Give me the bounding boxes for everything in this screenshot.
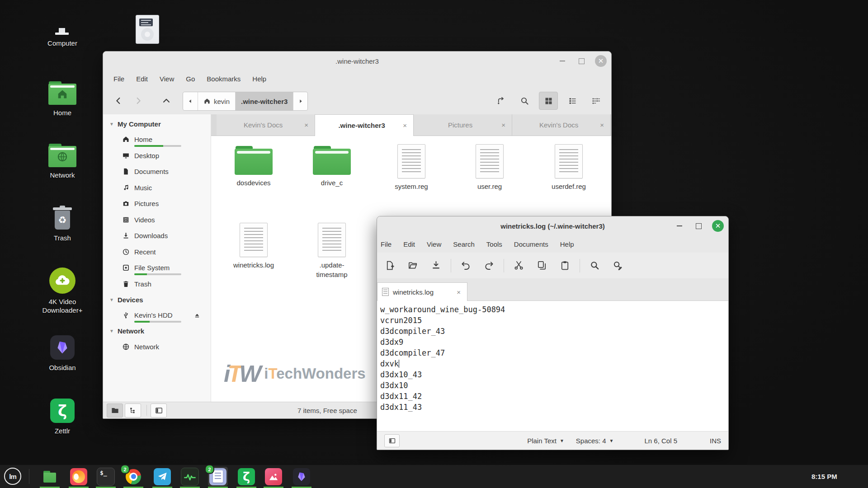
sidebar-item-desktop[interactable]: Desktop: [103, 148, 211, 164]
tab-close-button[interactable]: ×: [598, 120, 606, 130]
sidebar-item-home[interactable]: Home: [103, 131, 211, 148]
menu-view[interactable]: View: [427, 239, 441, 250]
sidebar-item-file-system[interactable]: File System: [103, 260, 211, 276]
desktop-icon-network[interactable]: Network: [33, 144, 91, 180]
tab--wine-witcher3[interactable]: .wine-witcher3×: [315, 114, 414, 136]
copy-button[interactable]: [533, 257, 550, 274]
breadcrumb-scroll-left-button[interactable]: [183, 92, 198, 110]
maximize-button[interactable]: [576, 56, 587, 66]
desktop-icon-hard-disk[interactable]: [136, 15, 159, 44]
taskbar-app-system-monitor[interactable]: [180, 467, 200, 486]
menu-view[interactable]: View: [160, 73, 174, 84]
sidebar-item-trash[interactable]: Trash: [103, 276, 211, 292]
menu-file[interactable]: File: [381, 239, 392, 250]
sidebar-item-kevin-s-hdd[interactable]: Kevin's HDD: [103, 307, 211, 324]
taskbar-app-zettlr[interactable]: ζ: [236, 467, 256, 486]
paste-button[interactable]: [557, 257, 573, 274]
language-selector[interactable]: Plain Text▼: [527, 437, 564, 445]
file-item-winetricks-log[interactable]: winetricks.log: [220, 223, 288, 270]
menu-search[interactable]: Search: [453, 239, 475, 250]
file-item-dosdevices[interactable]: dosdevices: [220, 142, 288, 188]
undo-button[interactable]: [458, 257, 474, 274]
sidebar-item-recent[interactable]: Recent: [103, 244, 211, 260]
file-item-system-reg[interactable]: system.reg: [377, 144, 445, 191]
save-button[interactable]: [428, 257, 444, 274]
view-list-button[interactable]: [563, 92, 581, 109]
minimize-button[interactable]: [674, 221, 685, 231]
menu-file[interactable]: File: [113, 73, 124, 84]
sidebar-item-network[interactable]: Network: [103, 339, 211, 355]
close-button[interactable]: ✕: [712, 220, 724, 232]
menu-documents[interactable]: Documents: [514, 239, 548, 250]
view-grid-button[interactable]: [539, 92, 558, 110]
find-button[interactable]: [586, 257, 603, 274]
tab-close-button[interactable]: ×: [500, 120, 507, 130]
toggle-location-entry-button[interactable]: [492, 92, 510, 109]
menu-help[interactable]: Help: [252, 73, 266, 84]
sidebar-section-my-computer[interactable]: ▼My Computer: [103, 116, 211, 131]
menu-go[interactable]: Go: [186, 73, 195, 84]
taskbar-app-firefox[interactable]: [69, 467, 89, 486]
sidebar-item-documents[interactable]: Documents: [103, 164, 211, 180]
text-editor-titlebar[interactable]: winetricks.log (~/.wine-witcher3) ✕: [377, 216, 728, 235]
back-button[interactable]: [108, 92, 128, 110]
tab-kevin-s-docs[interactable]: Kevin's Docs×: [217, 114, 315, 136]
sidebar-item-downloads[interactable]: Downloads: [103, 228, 211, 244]
breadcrumb-scroll-right-button[interactable]: [293, 92, 307, 110]
breadcrumb-home-button[interactable]: kevin: [198, 92, 235, 110]
tab-close-button[interactable]: ×: [401, 121, 409, 130]
tree-pane-button[interactable]: [125, 404, 141, 418]
redo-button[interactable]: [481, 257, 497, 274]
taskbar-app-text-editor[interactable]: 2: [208, 467, 228, 486]
desktop-icon-trash[interactable]: ♻Trash: [33, 206, 91, 243]
taskbar-app-chrome[interactable]: 2: [123, 467, 143, 486]
menu-edit[interactable]: Edit: [403, 239, 415, 250]
menu-tools[interactable]: Tools: [486, 239, 502, 250]
sidebar-section-devices[interactable]: ▼Devices: [103, 292, 211, 307]
menu-edit[interactable]: Edit: [136, 73, 148, 84]
menu-bookmarks[interactable]: Bookmarks: [207, 73, 241, 84]
desktop-icon-computer[interactable]: Computer: [33, 12, 91, 48]
file-item-user-reg[interactable]: user.reg: [456, 144, 524, 191]
sidebar-item-music[interactable]: Music: [103, 180, 211, 196]
tab-width-selector[interactable]: Spaces: 4▼: [576, 437, 614, 445]
new-document-button[interactable]: [382, 257, 398, 274]
file-manager-titlebar[interactable]: .wine-witcher3 ✕: [103, 52, 611, 70]
tab-kevin-s-docs[interactable]: Kevin's Docs×: [512, 114, 611, 136]
view-compact-button[interactable]: [587, 92, 605, 109]
tab-winetricks-log[interactable]: winetricks.log ×: [377, 282, 467, 301]
desktop-icon-obsidian[interactable]: Obsidian: [33, 335, 91, 372]
text-editor-content[interactable]: w_workaround_wine_bug-50894vcrun2015d3dc…: [377, 301, 728, 431]
menu-button[interactable]: lm: [4, 467, 22, 485]
open-button[interactable]: [405, 257, 421, 274]
menu-help[interactable]: Help: [560, 239, 574, 250]
file-item-userdef-reg[interactable]: userdef.reg: [535, 144, 603, 191]
desktop-icon-home[interactable]: Home: [33, 81, 91, 117]
forward-button[interactable]: [128, 92, 148, 110]
eject-button[interactable]: [193, 311, 201, 319]
close-button[interactable]: ✕: [595, 55, 607, 67]
tab-close-button[interactable]: ×: [455, 287, 462, 297]
cut-button[interactable]: [510, 257, 527, 274]
places-pane-button[interactable]: [107, 404, 123, 418]
tab-close-button[interactable]: ×: [302, 120, 310, 130]
file-item--update-timestamp[interactable]: .update-timestamp: [298, 223, 366, 279]
sidebar-item-videos[interactable]: Videos: [103, 212, 211, 228]
taskbar-app-telegram[interactable]: [152, 467, 172, 486]
file-item-drive-c[interactable]: drive_c: [298, 142, 366, 188]
maximize-button[interactable]: [693, 221, 704, 231]
up-button[interactable]: [156, 92, 176, 110]
desktop-icon-4k-video-downloader[interactable]: 4K Video Downloader+: [33, 267, 91, 315]
taskbar-app-pix[interactable]: [264, 467, 283, 486]
search-button[interactable]: [515, 92, 533, 109]
breadcrumb-current-button[interactable]: .wine-witcher3: [235, 92, 293, 110]
taskbar-app-obsidian[interactable]: [292, 467, 311, 486]
taskbar-app-file-manager[interactable]: [40, 467, 60, 486]
find-replace-button[interactable]: [609, 257, 626, 274]
sidebar-item-pictures[interactable]: Pictures: [103, 196, 211, 212]
minimize-button[interactable]: [557, 56, 568, 66]
taskbar-clock[interactable]: 8:15 PM: [811, 465, 837, 488]
tab-pictures[interactable]: Pictures×: [414, 114, 512, 136]
desktop-icon-zettlr[interactable]: ζZettlr: [33, 399, 91, 436]
toggle-side-panel-button[interactable]: [384, 434, 400, 447]
